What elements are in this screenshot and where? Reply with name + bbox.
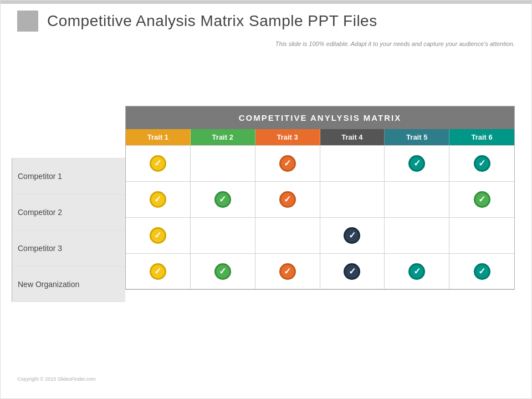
cell-c2-t1: ✓ (126, 182, 191, 217)
cell-c2-t5 (385, 182, 449, 217)
check-icon: ✓ (150, 155, 166, 172)
check-icon: ✓ (279, 191, 296, 208)
check-icon: ✓ (408, 263, 425, 280)
cell-no-t6: ✓ (449, 254, 514, 289)
cell-c3-t5 (385, 218, 449, 253)
row-label-competitor1: Competitor 1 (12, 158, 125, 194)
check-icon: ✓ (279, 263, 296, 280)
matrix-table: COMPETITIVE ANYLYSIS MATRIX Trait 1 Trai… (125, 106, 515, 290)
watermark: Copyright © 2015 SlidesFinder.com (17, 376, 96, 382)
data-row-competitor1: ✓ ✓ ✓ ✓ (126, 145, 514, 181)
check-icon: ✓ (344, 263, 360, 280)
cell-c1-t6: ✓ (449, 146, 514, 181)
check-icon: ✓ (150, 263, 166, 280)
cell-c1-t3: ✓ (255, 146, 320, 181)
trait-header-row: Trait 1 Trait 2 Trait 3 Trait 4 Trait 5 … (126, 129, 514, 145)
row-label-competitor2: Competitor 2 (12, 194, 125, 230)
trait-3-header: Trait 3 (255, 129, 320, 145)
title-section: Competitive Analysis Matrix Sample PPT F… (17, 11, 515, 32)
cell-no-t2: ✓ (191, 254, 255, 289)
cell-no-t3: ✓ (255, 254, 320, 289)
data-row-competitor2: ✓ ✓ ✓ ✓ (126, 181, 514, 217)
check-icon: ✓ (150, 191, 166, 208)
trait-5-header: Trait 5 (385, 129, 449, 145)
cell-c1-t5: ✓ (385, 146, 449, 181)
cell-c1-t4 (320, 146, 385, 181)
cell-c3-t2 (191, 218, 255, 253)
cell-no-t1: ✓ (126, 254, 191, 289)
slide: Competitive Analysis Matrix Sample PPT F… (0, 0, 532, 399)
cell-c3-t3 (255, 218, 320, 253)
cell-c2-t3: ✓ (255, 182, 320, 217)
check-icon: ✓ (279, 155, 296, 172)
subtitle-text: This slide is 100% editable. Adapt it to… (1, 40, 515, 47)
cell-c3-t4: ✓ (320, 218, 385, 253)
cell-no-t4: ✓ (320, 254, 385, 289)
trait-2-header: Trait 2 (191, 129, 255, 145)
cell-c3-t6 (449, 218, 514, 253)
trait-1-header: Trait 1 (126, 129, 191, 145)
data-row-new-org: ✓ ✓ ✓ ✓ ✓ ✓ (126, 253, 514, 289)
check-icon: ✓ (150, 227, 166, 244)
check-icon: ✓ (408, 155, 425, 172)
trait-6-header: Trait 6 (449, 129, 514, 145)
check-icon: ✓ (474, 191, 490, 208)
top-bar (1, 1, 531, 4)
trait-4-header: Trait 4 (320, 129, 385, 145)
cell-c2-t4 (320, 182, 385, 217)
cell-c1-t2 (191, 146, 255, 181)
row-labels: Competitor 1 Competitor 2 Competitor 3 N… (12, 158, 125, 302)
check-icon: ✓ (474, 263, 490, 280)
check-icon: ✓ (214, 191, 231, 208)
cell-no-t5: ✓ (385, 254, 449, 289)
cell-c1-t1: ✓ (126, 146, 191, 181)
cell-c2-t6: ✓ (449, 182, 514, 217)
matrix-header: COMPETITIVE ANYLYSIS MATRIX (126, 106, 514, 129)
cell-c2-t2: ✓ (191, 182, 255, 217)
check-icon: ✓ (214, 263, 231, 280)
check-icon: ✓ (344, 227, 360, 244)
title-icon (17, 11, 38, 32)
page-title: Competitive Analysis Matrix Sample PPT F… (47, 12, 377, 30)
row-label-new-org: New Organization (12, 266, 125, 302)
cell-c3-t1: ✓ (126, 218, 191, 253)
data-row-competitor3: ✓ ✓ (126, 217, 514, 253)
check-icon: ✓ (474, 155, 490, 172)
row-label-competitor3: Competitor 3 (12, 230, 125, 266)
